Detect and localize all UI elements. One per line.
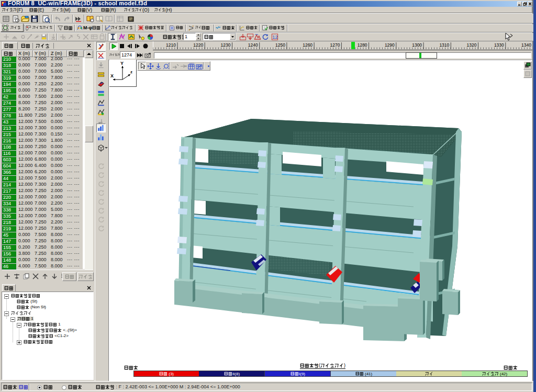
svg-text:GRID: GRID	[189, 62, 195, 65]
svg-text:Y: Y	[120, 61, 124, 66]
svg-text:X: X	[110, 73, 114, 79]
svg-text:z: z	[130, 70, 132, 74]
